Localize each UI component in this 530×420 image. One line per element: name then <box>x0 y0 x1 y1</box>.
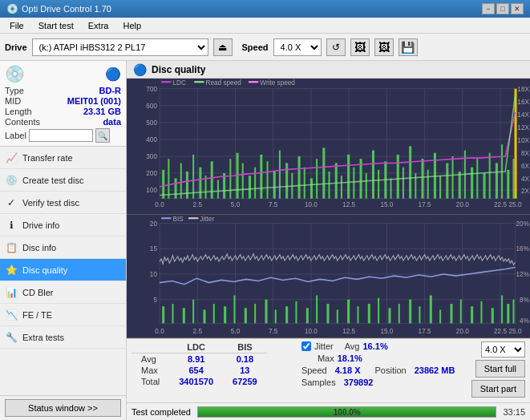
svg-rect-87 <box>409 146 411 198</box>
close-button[interactable]: ✕ <box>511 3 524 14</box>
svg-rect-74 <box>329 172 330 199</box>
speed-label: Speed <box>242 42 269 52</box>
drive-info-icon: ℹ <box>5 220 18 231</box>
position-value: 23862 MB <box>415 365 455 375</box>
stats-panel: LDC BIS Avg 8.91 0.18 Max 654 <box>127 338 530 402</box>
svg-rect-56 <box>217 180 219 199</box>
svg-rect-181 <box>492 308 494 323</box>
svg-text:8%: 8% <box>520 295 529 303</box>
svg-text:4X: 4X <box>521 174 529 182</box>
bottom-chart: 20 15 10 5 20% 16% 12% 8% 4% 0.0 2.5 5.0… <box>127 215 530 338</box>
menubar: File Start test Extra Help <box>0 18 530 34</box>
svg-rect-70 <box>304 168 305 199</box>
svg-rect-173 <box>409 299 411 323</box>
sidebar-item-label-fe-te: FE / TE <box>22 310 52 320</box>
position-label: Position <box>375 365 407 375</box>
svg-text:17.5: 17.5 <box>419 327 431 335</box>
image-button-1[interactable]: 🖼 <box>350 38 370 56</box>
stats-row-total: Total 3401570 67259 <box>131 376 267 387</box>
svg-text:18X: 18X <box>517 85 529 93</box>
svg-text:14X: 14X <box>517 111 529 119</box>
svg-rect-110 <box>249 81 258 83</box>
svg-rect-76 <box>341 176 342 198</box>
sidebar-item-disc-info[interactable]: 📋 Disc info <box>0 236 126 259</box>
sidebar-item-label-disc-info: Disc info <box>22 243 56 252</box>
svg-rect-161 <box>285 306 288 323</box>
disc-label-input[interactable] <box>29 129 93 142</box>
sidebar-item-extra-tests[interactable]: 🔧 Extra tests <box>0 326 126 349</box>
svg-rect-155 <box>224 306 226 323</box>
stats-ldc-max: 654 <box>169 365 223 376</box>
maximize-button[interactable]: □ <box>496 3 509 14</box>
jitter-checkbox[interactable] <box>301 341 311 351</box>
disc-panel-header: 💿 🔵 <box>5 64 121 83</box>
svg-rect-165 <box>326 304 329 323</box>
svg-text:17.5: 17.5 <box>419 200 431 208</box>
disc-quality-header-icon: 🔵 <box>133 63 147 76</box>
svg-text:600: 600 <box>146 102 157 110</box>
svg-rect-80 <box>366 173 367 199</box>
svg-rect-51 <box>186 172 188 199</box>
speed-select[interactable]: 4.0 X 8.0 X 2.0 X 1.0 X <box>273 38 322 56</box>
stats-ldc-total: 3401570 <box>169 376 223 387</box>
svg-rect-168 <box>357 306 358 323</box>
sidebar-item-cd-bler[interactable]: 📊 CD Bler <box>0 281 126 304</box>
sidebar-item-verify-test-disc[interactable]: ✓ Verify test disc <box>0 192 126 214</box>
sidebar-item-label-create-test-disc: Create test disc <box>22 176 83 185</box>
disc-quality-title: Disc quality <box>152 64 205 75</box>
eject-button[interactable]: ⏏ <box>213 38 233 56</box>
disc-label-label: Label <box>5 131 26 140</box>
fe-te-icon: 📉 <box>5 309 18 321</box>
verify-test-disc-icon: ✓ <box>5 197 18 208</box>
start-part-button[interactable]: Start part <box>471 380 525 398</box>
status-text: Test completed <box>131 407 191 417</box>
svg-rect-178 <box>460 299 462 323</box>
refresh-button[interactable]: ↺ <box>326 38 346 56</box>
stats-right: 4.0 X 8.0 X Start full Start part <box>471 341 525 400</box>
speed-select-stats[interactable]: 4.0 X 8.0 X <box>481 341 525 357</box>
disc-quality-icon: ⭐ <box>5 265 18 276</box>
sidebar-item-create-test-disc[interactable]: 💿 Create test disc <box>0 169 126 192</box>
svg-rect-53 <box>199 168 201 199</box>
jitter-row: Jitter Avg 16.1% <box>301 341 465 351</box>
svg-rect-164 <box>316 295 318 323</box>
sidebar-item-disc-quality[interactable]: ⭐ Disc quality <box>0 259 126 281</box>
jitter-avg-value: 16.1% <box>362 341 387 351</box>
svg-rect-62 <box>254 168 256 199</box>
svg-rect-90 <box>427 170 429 199</box>
sidebar-item-transfer-rate[interactable]: 📈 Transfer rate <box>0 147 126 169</box>
status-window-button[interactable]: Status window >> <box>5 399 121 417</box>
svg-rect-158 <box>254 304 256 323</box>
svg-text:7.5: 7.5 <box>269 200 278 208</box>
save-button[interactable]: 💾 <box>399 38 418 56</box>
disc-mid-value: MEIT01 (001) <box>67 96 121 106</box>
create-test-disc-icon: 💿 <box>5 175 18 186</box>
toolbar: Drive (k:) ATAPI iHBS312 2 PL17 ⏏ Speed … <box>0 34 530 61</box>
svg-text:5.0: 5.0 <box>231 327 241 335</box>
app-title: Opti Drive Control 1.70 <box>22 4 111 14</box>
image-button-2[interactable]: 🖼 <box>374 38 394 56</box>
svg-rect-65 <box>273 172 276 199</box>
svg-rect-100 <box>489 153 491 199</box>
stats-label-total: Total <box>131 376 169 387</box>
menu-help[interactable]: Help <box>116 19 148 32</box>
svg-text:15.0: 15.0 <box>380 200 393 208</box>
transfer-rate-icon: 📈 <box>5 152 18 164</box>
drive-select[interactable]: (k:) ATAPI iHBS312 2 PL17 <box>32 38 208 56</box>
sidebar-item-label-cd-bler: CD Bler <box>22 288 54 297</box>
menu-start-test[interactable]: Start test <box>32 19 80 32</box>
svg-text:700: 700 <box>146 85 157 93</box>
minimize-button[interactable]: − <box>482 3 495 14</box>
stats-bis-avg: 0.18 <box>223 353 267 365</box>
disc-label-btn[interactable]: 🔍 <box>95 128 110 143</box>
svg-text:7.5: 7.5 <box>269 327 278 335</box>
svg-text:12X: 12X <box>517 123 529 131</box>
sidebar-item-fe-te[interactable]: 📉 FE / TE <box>0 304 126 326</box>
start-full-button[interactable]: Start full <box>475 360 525 378</box>
svg-rect-183 <box>507 304 509 323</box>
sidebar-item-drive-info[interactable]: ℹ Drive info <box>0 214 126 236</box>
svg-text:10.0: 10.0 <box>305 327 318 335</box>
menu-file[interactable]: File <box>3 19 30 32</box>
svg-rect-166 <box>337 309 338 323</box>
menu-extra[interactable]: Extra <box>82 19 115 32</box>
